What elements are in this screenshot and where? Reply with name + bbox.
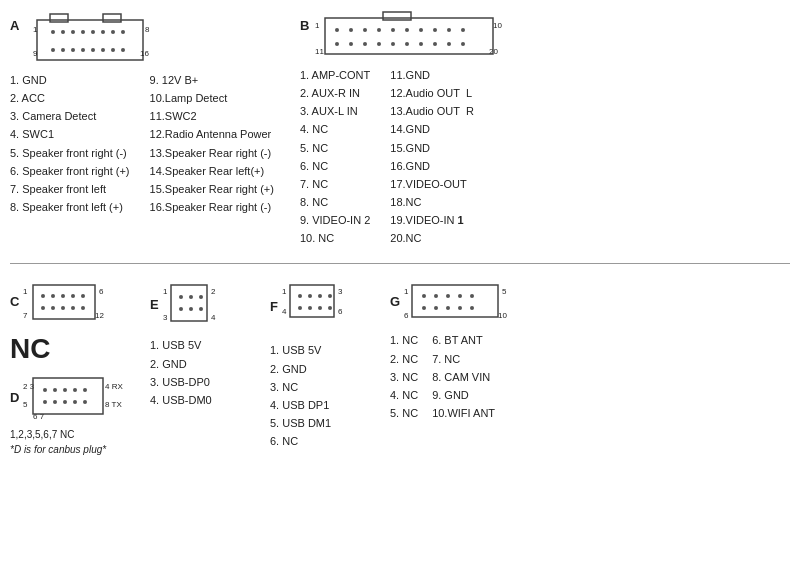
svg-text:1: 1 bbox=[315, 21, 320, 30]
pin-b10: 10. NC bbox=[300, 229, 370, 247]
pin-b19: 19.VIDEO-IN 1 bbox=[390, 211, 474, 229]
svg-point-98 bbox=[318, 294, 322, 298]
svg-point-35 bbox=[419, 28, 423, 32]
svg-text:6: 6 bbox=[338, 307, 343, 316]
svg-point-36 bbox=[433, 28, 437, 32]
pin-a5: 5. Speaker front right (-) bbox=[10, 144, 130, 162]
svg-point-113 bbox=[470, 294, 474, 298]
connector-d-note2: *D is for canbus plug* bbox=[10, 444, 140, 455]
svg-point-16 bbox=[61, 48, 65, 52]
svg-point-78 bbox=[73, 400, 77, 404]
svg-point-39 bbox=[335, 42, 339, 46]
svg-point-75 bbox=[43, 400, 47, 404]
svg-point-37 bbox=[447, 28, 451, 32]
svg-text:4: 4 bbox=[282, 307, 287, 316]
svg-text:6: 6 bbox=[99, 287, 104, 296]
pin-b15: 15.GND bbox=[390, 139, 474, 157]
connector-e-label: E bbox=[150, 297, 159, 312]
nc-label: NC bbox=[10, 333, 140, 365]
svg-point-89 bbox=[189, 307, 193, 311]
pin-a2: 2. ACC bbox=[10, 89, 130, 107]
connector-g-row: G 1 5 6 10 bbox=[390, 280, 534, 325]
svg-point-48 bbox=[461, 42, 465, 46]
svg-point-54 bbox=[41, 294, 45, 298]
pin-g10: 10.WIFI ANT bbox=[432, 404, 495, 422]
pin-b16: 16.GND bbox=[390, 157, 474, 175]
svg-text:3: 3 bbox=[338, 287, 343, 296]
connector-c-diagram: 1 6 7 12 bbox=[23, 280, 113, 325]
pin-a4: 4. SWC1 bbox=[10, 125, 130, 143]
bottom-section: C 1 6 7 12 bbox=[10, 280, 790, 455]
connector-a-pins-left: 1. GND 2. ACC 3. Camera Detect 4. SWC1 5… bbox=[10, 71, 130, 216]
svg-text:1: 1 bbox=[163, 287, 168, 296]
svg-point-109 bbox=[422, 294, 426, 298]
pin-f3: 3. NC bbox=[270, 378, 331, 396]
connector-e-diagram: 1 2 3 4 bbox=[163, 280, 223, 330]
pin-g4: 4. NC bbox=[390, 386, 418, 404]
pin-a16: 16.Speaker Rear right (-) bbox=[150, 198, 274, 216]
connector-b-pins: 1. AMP-CONT 2. AUX-R IN 3. AUX-L IN 4. N… bbox=[300, 66, 790, 247]
svg-point-90 bbox=[199, 307, 203, 311]
connector-d-label: D bbox=[10, 390, 19, 405]
svg-text:6: 6 bbox=[404, 311, 409, 320]
pin-e4: 4. USB-DM0 bbox=[150, 391, 212, 409]
pin-a12: 12.Radio Antenna Power bbox=[150, 125, 274, 143]
pin-b14: 14.GND bbox=[390, 120, 474, 138]
connector-d-diagram: 2 3 5 4 RX 8 TX 6 7 bbox=[23, 373, 133, 423]
svg-point-96 bbox=[298, 294, 302, 298]
connector-g-block: G 1 5 6 10 bbox=[390, 280, 550, 422]
pin-a1: 1. GND bbox=[10, 71, 130, 89]
connector-d-note1: 1,2,3,5,6,7 NC bbox=[10, 429, 140, 440]
svg-point-7 bbox=[51, 30, 55, 34]
connector-a-pins-right: 9. 12V B+ 10.Lamp Detect 11.SWC2 12.Radi… bbox=[150, 71, 274, 216]
connector-f-diagram: 1 3 4 6 bbox=[282, 280, 352, 335]
connector-g-pins-right: 6. BT ANT 7. NC 8. CAM VIN 9. GND 10.WIF… bbox=[432, 331, 495, 422]
svg-rect-95 bbox=[290, 285, 334, 317]
svg-text:11: 11 bbox=[315, 47, 324, 56]
svg-point-76 bbox=[53, 400, 57, 404]
svg-text:1: 1 bbox=[282, 287, 287, 296]
svg-point-13 bbox=[111, 30, 115, 34]
svg-point-57 bbox=[71, 294, 75, 298]
svg-point-11 bbox=[91, 30, 95, 34]
svg-text:3: 3 bbox=[163, 313, 168, 322]
pin-b8: 8. NC bbox=[300, 193, 370, 211]
svg-text:2: 2 bbox=[211, 287, 216, 296]
connector-b-pins-left: 1. AMP-CONT 2. AUX-R IN 3. AUX-L IN 4. N… bbox=[300, 66, 370, 247]
svg-point-14 bbox=[121, 30, 125, 34]
pin-b13: 13.Audio OUT R bbox=[390, 102, 474, 120]
svg-point-17 bbox=[71, 48, 75, 52]
top-section: A 1 8 9 16 bbox=[10, 10, 790, 247]
svg-point-87 bbox=[199, 295, 203, 299]
svg-rect-1 bbox=[50, 14, 68, 22]
pin-f1: 1. USB 5V bbox=[270, 341, 331, 359]
pin-a15: 15.Speaker Rear right (+) bbox=[150, 180, 274, 198]
svg-point-33 bbox=[391, 28, 395, 32]
connector-a-pins: 1. GND 2. ACC 3. Camera Detect 4. SWC1 5… bbox=[10, 71, 290, 216]
svg-point-61 bbox=[61, 306, 65, 310]
svg-point-19 bbox=[91, 48, 95, 52]
svg-point-34 bbox=[405, 28, 409, 32]
svg-point-46 bbox=[433, 42, 437, 46]
svg-point-40 bbox=[349, 42, 353, 46]
svg-point-42 bbox=[377, 42, 381, 46]
svg-text:9: 9 bbox=[33, 49, 38, 58]
svg-text:16: 16 bbox=[140, 49, 149, 58]
svg-point-38 bbox=[461, 28, 465, 32]
connector-e-block: E 1 2 3 4 1. USB 5V 2. GND bbox=[150, 280, 260, 409]
pin-g7: 7. NC bbox=[432, 350, 495, 368]
pin-b5: 5. NC bbox=[300, 139, 370, 157]
pin-f2: 2. GND bbox=[270, 360, 331, 378]
pin-a9: 9. 12V B+ bbox=[150, 71, 274, 89]
svg-text:10: 10 bbox=[498, 311, 507, 320]
pin-f6: 6. NC bbox=[270, 432, 331, 450]
connector-f-block: F 1 3 4 6 1. USB 5V bbox=[270, 280, 380, 450]
svg-point-45 bbox=[419, 42, 423, 46]
pin-a13: 13.Speaker Rear right (-) bbox=[150, 144, 274, 162]
connector-b-diagram: 1 10 11 20 bbox=[315, 10, 515, 60]
svg-point-9 bbox=[71, 30, 75, 34]
connector-c-row: C 1 6 7 12 bbox=[10, 280, 140, 325]
svg-point-88 bbox=[179, 307, 183, 311]
pin-a10: 10.Lamp Detect bbox=[150, 89, 274, 107]
pin-a11: 11.SWC2 bbox=[150, 107, 274, 125]
